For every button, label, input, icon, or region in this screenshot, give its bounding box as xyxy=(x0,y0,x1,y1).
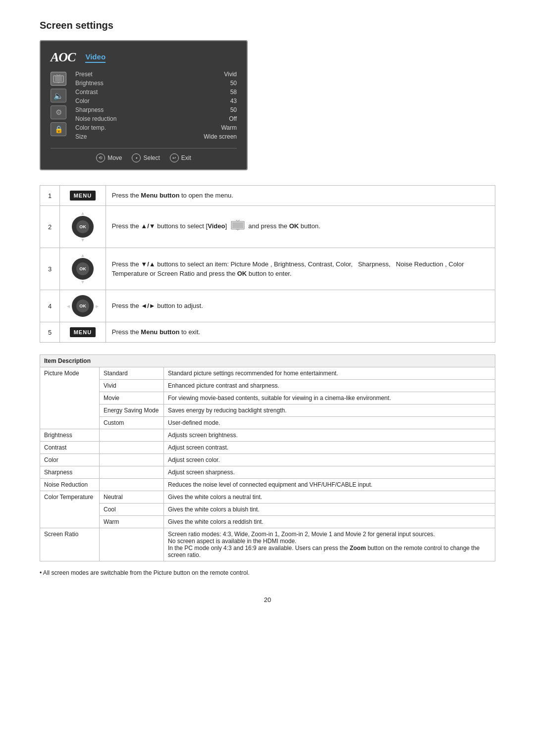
step-row-1: 1 MENU Press the Menu button to open the… xyxy=(40,186,495,206)
info-sub-cool: Cool xyxy=(100,504,164,516)
menu-button-1: MENU xyxy=(70,191,96,201)
info-row-brightness: Brightness Adjusts screen brightness. xyxy=(40,429,495,442)
info-row-colortemp-warm: Warm Gives the white colors a reddish ti… xyxy=(40,516,495,528)
step-desc-3: Press the ▼/▲ buttons to select an item:… xyxy=(106,248,495,290)
step-row-2: 2 ▲ OK ▼ Press the ▲/▼ buttons to select… xyxy=(40,206,495,248)
ok-inner-4: OK xyxy=(76,300,89,312)
info-row-picture-energy: Energy Saving Mode Saves energy by reduc… xyxy=(40,404,495,417)
step-desc-5: Press the Menu button to exit. xyxy=(106,322,495,343)
osd-contrast-label: Contrast xyxy=(75,89,98,96)
step-btn-2: ▲ OK ▼ xyxy=(60,206,106,248)
info-row-color: Color Adjust screen color. xyxy=(40,454,495,466)
step-num-4: 4 xyxy=(40,290,60,322)
info-row-picture-standard: Picture Mode Standard Standard picture s… xyxy=(40,367,495,380)
ok-lr-button-4: ◄ OK ► xyxy=(66,295,100,317)
footnote: • All screen modes are switchable from t… xyxy=(40,569,495,576)
osd-preset-label: Preset xyxy=(75,71,93,78)
step-num-2: 2 xyxy=(40,206,60,248)
info-sub-movie: Movie xyxy=(100,392,164,404)
step-desc-4: Press the ◄/► button to adjust. xyxy=(106,290,495,322)
info-sub-vivid: Vivid xyxy=(100,380,164,392)
ok-ud-button-2: ▲ OK ▼ xyxy=(66,211,100,243)
osd-menu-content: Preset Vivid Brightness 50 Contrast 58 C… xyxy=(75,70,237,141)
osd-noise-value: Off xyxy=(229,115,237,122)
info-desc-brightness: Adjusts screen brightness. xyxy=(164,429,495,442)
info-desc-movie: For viewing movie-based contents, suitab… xyxy=(164,392,495,404)
arrow-right-4: ► xyxy=(95,303,100,309)
info-desc-contrast: Adjust screen contrast. xyxy=(164,442,495,454)
info-category-picture: Picture Mode xyxy=(40,367,100,429)
osd-size-value: Wide screen xyxy=(204,133,237,140)
osd-contrast-value: 58 xyxy=(230,89,237,96)
info-row-sharpness: Sharpness Adjust screen sharpness. xyxy=(40,466,495,479)
osd-screenshot: AOC Video 🔈 ⚙ xyxy=(40,40,248,170)
info-sub-neutral: Neutral xyxy=(100,491,164,504)
step-btn-1: MENU xyxy=(60,186,106,206)
osd-sidebar: 🔈 ⚙ 🔒 xyxy=(51,70,66,141)
osd-sharpness-value: 50 xyxy=(230,106,237,113)
ok-btn-4: OK xyxy=(72,295,94,317)
info-row-colortemp-neutral: Color Temperature Neutral Gives the whit… xyxy=(40,491,495,504)
osd-color-value: 43 xyxy=(230,98,237,104)
info-desc-cool: Gives the white colors a bluish tint. xyxy=(164,504,495,516)
osd-menu-row-preset: Preset Vivid xyxy=(75,70,237,79)
info-row-picture-custom: Custom User-defined mode. xyxy=(40,417,495,429)
info-desc-neutral: Gives the white colors a neutral tint. xyxy=(164,491,495,504)
arrow-up-2: ▲ xyxy=(80,211,85,216)
step-row-5: 5 MENU Press the Menu button to exit. xyxy=(40,322,495,343)
info-row-screen-ratio: Screen Ratio Screen ratio modes: 4:3, Wi… xyxy=(40,528,495,561)
info-sub-contrast xyxy=(100,442,164,454)
svg-rect-1 xyxy=(55,76,62,81)
step-row-4: 4 ◄ OK ► Press the ◄/► button to adjust. xyxy=(40,290,495,322)
osd-sidebar-lock-icon: 🔒 xyxy=(51,122,66,136)
osd-footer-exit: ↩ Exit xyxy=(170,153,191,162)
step-desc-1: Press the Menu button to open the menu. xyxy=(106,186,495,206)
osd-menu-row-sharpness: Sharpness 50 xyxy=(75,105,237,114)
info-table-header: Item Description xyxy=(40,355,495,367)
info-desc-sharpness: Adjust screen sharpness. xyxy=(164,466,495,479)
info-desc-custom: User-defined mode. xyxy=(164,417,495,429)
info-category-contrast: Contrast xyxy=(40,442,100,454)
osd-sidebar-video-icon xyxy=(51,72,66,86)
video-icon-step2 xyxy=(231,220,245,234)
osd-menu-row-brightness: Brightness 50 xyxy=(75,79,237,88)
info-category-brightness: Brightness xyxy=(40,429,100,442)
osd-move-icon: ⟲ xyxy=(96,153,105,162)
svg-rect-7 xyxy=(232,222,243,228)
osd-nav-title: Video xyxy=(85,52,106,63)
step-num-1: 1 xyxy=(40,186,60,206)
steps-table: 1 MENU Press the Menu button to open the… xyxy=(40,185,495,343)
osd-preset-value: Vivid xyxy=(224,71,237,78)
osd-colortemp-value: Warm xyxy=(221,124,237,131)
arrow-down-3: ▼ xyxy=(80,280,85,285)
info-desc-standard: Standard picture settings recommended fo… xyxy=(164,367,495,380)
osd-noise-label: Noise reduction xyxy=(75,115,116,122)
osd-footer: ⟲ Move ▪ Select ↩ Exit xyxy=(51,148,237,162)
ok-inner-2: OK xyxy=(76,220,89,233)
info-category-colortemp: Color Temperature xyxy=(40,491,100,528)
info-desc-noise: Reduces the noise level of connected equ… xyxy=(164,479,495,491)
info-sub-sharpness xyxy=(100,466,164,479)
arrow-left-4: ◄ xyxy=(66,303,71,309)
info-sub-energy: Energy Saving Mode xyxy=(100,404,164,417)
osd-menu-row-color: Color 43 xyxy=(75,97,237,105)
osd-select-label: Select xyxy=(143,154,160,161)
osd-color-label: Color xyxy=(75,98,90,104)
step-btn-3: ▲ OK ▼ xyxy=(60,248,106,290)
osd-move-label: Move xyxy=(107,154,122,161)
osd-sidebar-settings-icon: ⚙ xyxy=(51,105,66,119)
osd-select-icon: ▪ xyxy=(132,153,141,162)
info-sub-warm: Warm xyxy=(100,516,164,528)
step-desc-2: Press the ▲/▼ buttons to select [Video] … xyxy=(106,206,495,248)
page-title: Screen settings xyxy=(40,20,495,31)
info-category-sharpness: Sharpness xyxy=(40,466,100,479)
info-sub-custom: Custom xyxy=(100,417,164,429)
osd-colortemp-label: Color temp. xyxy=(75,124,106,131)
info-desc-ratio: Screen ratio modes: 4:3, Wide, Zoom-in 1… xyxy=(164,528,495,561)
info-row-noise: Noise Reduction Reduces the noise level … xyxy=(40,479,495,491)
info-table: Item Description Picture Mode Standard S… xyxy=(40,354,495,561)
osd-size-label: Size xyxy=(75,133,87,140)
info-row-contrast: Contrast Adjust screen contrast. xyxy=(40,442,495,454)
arrow-up-3: ▲ xyxy=(80,253,85,258)
info-desc-vivid: Enhanced picture contrast and sharpness. xyxy=(164,380,495,392)
